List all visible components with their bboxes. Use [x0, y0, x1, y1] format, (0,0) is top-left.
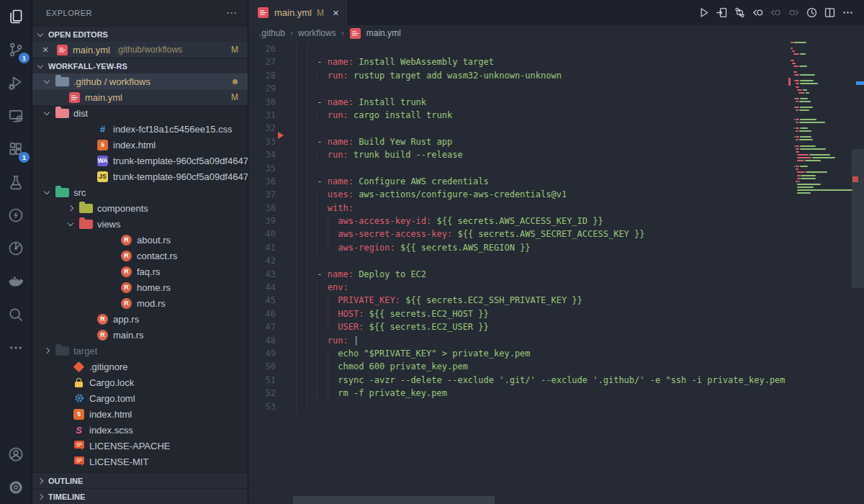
tree-item-cargo.lock[interactable]: Cargo.lock: [32, 374, 248, 390]
tree-item-license-mit[interactable]: LICENSE-MIT: [32, 454, 248, 469]
more-icon[interactable]: [0, 331, 32, 364]
open-editor-main-yml[interactable]: × main.yml .github/workflows M: [32, 42, 248, 58]
tree-item-target[interactable]: target: [32, 343, 248, 359]
line-number[interactable]: 33: [248, 135, 276, 148]
inline-diff-icon[interactable]: [749, 4, 767, 22]
code-line-48[interactable]: 48 run: |: [248, 334, 789, 347]
line-number[interactable]: 28: [248, 69, 276, 82]
code-line-43[interactable]: 43 - name: Deploy to EC2: [248, 268, 789, 281]
tree-item-contact.rs[interactable]: Rcontact.rs: [32, 248, 248, 264]
code-line-30[interactable]: 30 - name: Install trunk: [248, 96, 789, 109]
code-line-34[interactable]: 34 run: trunk build --release: [248, 148, 789, 161]
close-icon[interactable]: ×: [333, 6, 339, 19]
line-number[interactable]: 52: [248, 387, 276, 400]
code-line-53[interactable]: 53: [248, 400, 789, 413]
horizontal-scrollbar[interactable]: [248, 496, 789, 504]
tree-item-dist[interactable]: dist: [32, 105, 248, 121]
test-flask-icon[interactable]: [0, 166, 32, 199]
explorer-more-actions-icon[interactable]: ⋯: [226, 6, 238, 19]
code-line-35[interactable]: 35: [248, 162, 789, 175]
tree-item-license-apache[interactable]: LICENSE-APACHE: [32, 438, 248, 454]
line-number[interactable]: 34: [248, 148, 276, 161]
line-number[interactable]: 43: [248, 268, 276, 281]
line-number[interactable]: 47: [248, 320, 276, 333]
tree-item-.gitignore[interactable]: .gitignore: [32, 359, 248, 374]
line-number[interactable]: 45: [248, 294, 276, 307]
breadcrumb-item--github[interactable]: .github: [259, 28, 285, 38]
account-icon[interactable]: [0, 438, 32, 471]
tree-item-app.rs[interactable]: Rapp.rs: [32, 311, 248, 327]
line-number[interactable]: 38: [248, 202, 276, 215]
code-line-52[interactable]: 52 rm -f private_key.pem: [248, 387, 789, 400]
tree-item-.github-workflows[interactable]: .github / workflows: [32, 73, 248, 89]
code-line-42[interactable]: 42: [248, 254, 789, 267]
code-line-31[interactable]: 31 run: cargo install trunk: [248, 109, 789, 122]
code-line-26[interactable]: 26: [248, 42, 789, 55]
settings-gear-icon[interactable]: [0, 471, 32, 504]
tree-item-index.scss[interactable]: Sindex.scss: [32, 422, 248, 438]
tree-item-home.rs[interactable]: Rhome.rs: [32, 279, 248, 295]
tree-item-about.rs[interactable]: Rabout.rs: [32, 232, 248, 248]
line-number[interactable]: 48: [248, 334, 276, 347]
code-line-51[interactable]: 51 rsync -avzr --delete --exclude '.git/…: [248, 374, 789, 387]
code-line-32[interactable]: 32: [248, 122, 789, 135]
code-line-45[interactable]: 45 PRIVATE_KEY: ${{ secrets.EC2_SSH_PRIV…: [248, 294, 789, 307]
line-number[interactable]: 42: [248, 254, 276, 267]
tree-item-views[interactable]: views: [32, 216, 248, 232]
tree-item-index.html[interactable]: 5index.html: [32, 406, 248, 422]
line-number[interactable]: 31: [248, 109, 276, 122]
vertical-scrollbar-thumb[interactable]: [852, 149, 864, 288]
extensions-icon[interactable]: 1: [0, 132, 32, 166]
line-number[interactable]: 29: [248, 82, 276, 95]
remote-explorer-icon[interactable]: [0, 99, 32, 132]
code-line-36[interactable]: 36 - name: Configure AWS credentials: [248, 175, 789, 188]
code-line-37[interactable]: 37 uses: aws-actions/configure-aws-crede…: [248, 188, 789, 201]
code-line-41[interactable]: 41 aws-region: ${{ secrets.AWS_REGION }}: [248, 241, 789, 254]
tree-item-faq.rs[interactable]: Rfaq.rs: [32, 264, 248, 279]
run-icon[interactable]: [695, 4, 713, 22]
source-control-icon[interactable]: 1: [0, 33, 32, 66]
line-number[interactable]: 35: [248, 162, 276, 175]
code-line-29[interactable]: 29: [248, 82, 789, 95]
tree-item-main.rs[interactable]: Rmain.rs: [32, 327, 248, 343]
tree-item-index-fcf18a1c5456ee15.css[interactable]: #index-fcf18a1c5456ee15.css: [32, 121, 248, 137]
section-outline[interactable]: OUTLINE: [32, 472, 248, 488]
thunder-client-icon[interactable]: [0, 199, 32, 232]
breadcrumb-item-main-yml[interactable]: main.yml: [366, 28, 401, 38]
history-icon[interactable]: [803, 4, 821, 22]
line-number[interactable]: 36: [248, 175, 276, 188]
section-workspace[interactable]: WORKFALL-YEW-RS: [32, 58, 248, 73]
code-line-39[interactable]: 39 aws-access-key-id: ${{ secrets.AWS_AC…: [248, 215, 789, 228]
tree-item-main.yml[interactable]: main.ymlM: [32, 89, 248, 105]
section-open-editors[interactable]: OPEN EDITORS: [32, 26, 248, 42]
split-editor-icon[interactable]: [821, 4, 839, 22]
tree-item-mod.rs[interactable]: Rmod.rs: [32, 295, 248, 311]
code-line-40[interactable]: 40 aws-secret-access-key: ${{ secrets.AW…: [248, 228, 789, 240]
code-line-27[interactable]: 27 - name: Install WebAssembly target: [248, 55, 789, 68]
git-compare-icon[interactable]: [731, 4, 749, 22]
tree-item-trunk-template-960cf5a09df46473.js[interactable]: JStrunk-template-960cf5a09df46473.js: [32, 168, 248, 184]
breadcrumb-item-workflows[interactable]: workflows: [298, 28, 336, 38]
close-icon[interactable]: ×: [42, 45, 52, 55]
tab-main-yml[interactable]: main.yml M ×: [248, 0, 348, 25]
minimap[interactable]: [791, 41, 854, 504]
line-number[interactable]: 39: [248, 215, 276, 228]
line-number[interactable]: 40: [248, 228, 276, 240]
section-timeline[interactable]: TIMELINE: [32, 488, 248, 504]
line-number[interactable]: 51: [248, 374, 276, 387]
git-graph-icon[interactable]: [0, 232, 32, 265]
line-number[interactable]: 32: [248, 122, 276, 135]
line-number[interactable]: 37: [248, 188, 276, 201]
tree-item-cargo.toml[interactable]: Cargo.toml: [32, 390, 248, 406]
line-number[interactable]: 46: [248, 307, 276, 320]
line-number[interactable]: 30: [248, 96, 276, 109]
line-number[interactable]: 27: [248, 55, 276, 68]
code-line-50[interactable]: 50 chmod 600 private_key.pem: [248, 360, 789, 373]
docker-icon[interactable]: [0, 265, 32, 298]
run-debug-icon[interactable]: [0, 66, 32, 99]
tree-item-components[interactable]: components: [32, 200, 248, 216]
tree-item-src[interactable]: src: [32, 184, 248, 200]
code-line-38[interactable]: 38 with:: [248, 202, 789, 215]
code-line-49[interactable]: 49 echo "$PRIVATE_KEY" > private_key.pem: [248, 347, 789, 360]
open-changes-icon[interactable]: [713, 4, 731, 22]
